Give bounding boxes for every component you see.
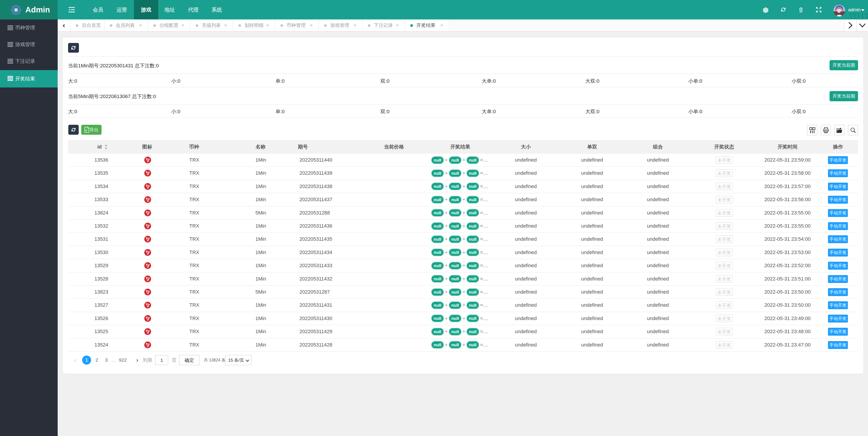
svg-text:x: x xyxy=(86,128,87,132)
